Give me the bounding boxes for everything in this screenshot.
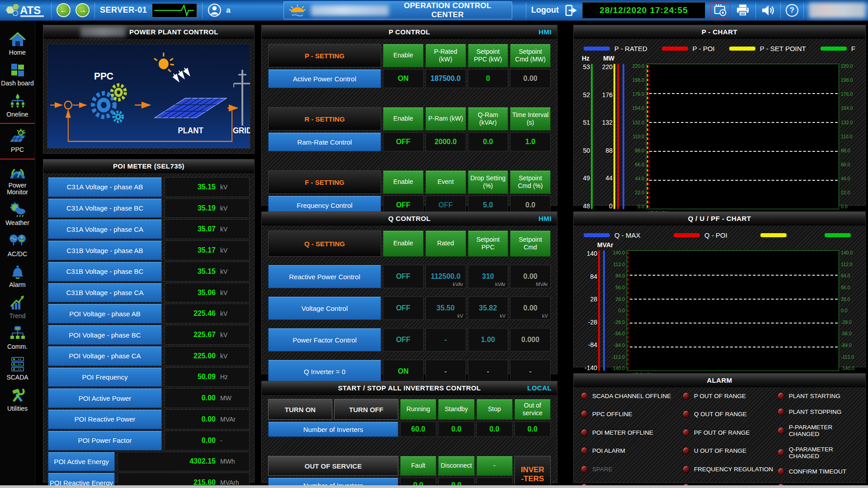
back-button[interactable]: ← <box>57 3 71 17</box>
qupf-chart-body: Q - MAX Q - POI MVAr <box>574 226 865 381</box>
sidebar-label: Oneline <box>0 111 35 118</box>
pf-setpoint-cmd-value[interactable]: 0.000 <box>510 328 551 352</box>
tick-label: 88.0 <box>625 148 644 153</box>
ppc-flow-diagram: PPC <box>47 44 250 149</box>
sidebar-item-home[interactable]: Home <box>0 28 35 59</box>
sidebar-item-weather[interactable]: Weather <box>0 198 35 229</box>
sidebar-item-utilities[interactable]: Utilities <box>0 384 35 415</box>
ram-rate-control-button[interactable]: Ram-Rate Control <box>268 132 381 151</box>
sidebar-label: Dash board <box>0 80 35 87</box>
tick-label: 28.0 <box>841 297 860 302</box>
voltage-enable-value[interactable]: OFF <box>383 296 424 320</box>
sidebar-item-dashboard[interactable]: Dash board <box>0 59 35 89</box>
qupf-chart-right-ticks: 140.0112.084.056.028.00.0-28.0-56.0-84.0… <box>839 250 860 371</box>
p-ram-value[interactable]: 2000.0 <box>425 132 466 151</box>
q-setpoint-cmd-value[interactable]: 0.00MVAr <box>510 265 551 288</box>
turn-on-button[interactable]: TURN ON <box>268 399 332 420</box>
sidebar-item-alarm[interactable]: Alarm <box>0 260 35 291</box>
sound-button[interactable] <box>761 4 775 17</box>
p-setpoint-cmd-value[interactable]: 0.00 <box>510 69 551 88</box>
voltage-rated-value[interactable]: 35.50kV <box>425 296 466 320</box>
home-icon <box>9 31 27 47</box>
tick-label: 56.0 <box>606 285 625 290</box>
help-icon: ? <box>790 6 794 14</box>
voltage-control-button[interactable]: Voltage Control <box>268 296 381 320</box>
tick-label: 22.0 <box>841 190 860 195</box>
poi-row-value-cell: 225.67 kV <box>165 325 250 345</box>
hz-unit-label: Hz <box>582 55 590 63</box>
print-button[interactable] <box>735 4 750 17</box>
pf-enable-value[interactable]: OFF <box>383 328 424 352</box>
p-chart-panel: P - CHART P - RATED P - POI P - SET POIN… <box>573 25 866 206</box>
logout-icon[interactable] <box>564 4 577 17</box>
out-of-service-button[interactable]: OUT OF SERVICE <box>268 456 398 476</box>
legend-swatch-icon <box>674 233 700 237</box>
column-header: Setpoint Cmd <box>510 230 551 257</box>
q-rated-value[interactable]: 112500.0kVAr <box>425 265 466 288</box>
sidebar-nav: Home Dash board Oneline <box>0 21 35 488</box>
inverters-page-button[interactable]: INVER -TERS <box>514 456 551 488</box>
alarm-led-icon <box>778 449 784 456</box>
q-control-mode-badge[interactable]: HMI <box>538 212 552 225</box>
active-power-control-button[interactable]: Active Power Control <box>268 69 381 88</box>
forward-button[interactable]: → <box>75 3 90 17</box>
active-power-enable-value[interactable]: ON <box>383 69 424 88</box>
logout-button[interactable]: Logout <box>531 5 559 15</box>
power-factor-control-button[interactable]: Power Factor Control <box>268 328 381 352</box>
sidebar-item-acdc[interactable]: AC/DC <box>0 230 35 260</box>
q-setpoint-ppc-value[interactable]: 310kVAr <box>468 265 509 288</box>
voltage-setpoint-cmd-value[interactable]: 0.00kV <box>510 296 551 320</box>
sidebar-item-ppc[interactable]: PPC <box>0 125 35 159</box>
q-inverter-zero-button[interactable]: Q Inverter = 0 <box>268 360 381 383</box>
q-poi-gauge-rail <box>598 250 600 371</box>
ats-logo: ATS <box>5 2 46 19</box>
voltage-setpoint-ppc-value[interactable]: 35.82kV <box>468 296 509 320</box>
tick-label: 132.0 <box>841 120 860 125</box>
pf-rated-value[interactable]: - <box>425 328 466 352</box>
poi-row-unit: kV <box>220 331 245 338</box>
reactive-power-control-button[interactable]: Reactive Power Control <box>268 265 381 288</box>
sidebar-item-comm[interactable]: Comm. <box>0 322 35 353</box>
gridline <box>630 299 838 300</box>
mvar-scale-tick: 28 <box>579 296 597 302</box>
poi-row-unit: kV <box>220 310 245 317</box>
hz-scale-tick: 48 <box>579 203 590 209</box>
screenshot-button[interactable] <box>710 2 730 19</box>
sidebar-item-power-monitor[interactable]: Power Monitor <box>0 161 35 199</box>
alarm-label: PLANT STOPPING <box>789 408 842 415</box>
poi-cursor-line <box>648 65 649 208</box>
poi-row-label: POI Frequency <box>48 367 162 387</box>
q-inverter-enable-value[interactable]: ON <box>383 360 424 383</box>
sidebar-item-scada[interactable]: SCADA <box>0 353 35 384</box>
poi-row-unit: - <box>220 437 245 444</box>
poi-meter-row: C31A Voltage - phase AB 35.15 kV <box>48 177 250 197</box>
gridline <box>630 323 838 324</box>
alarm-item: PPC OFFLINE <box>581 410 679 418</box>
p-setpoint-ppc-value[interactable]: 0 <box>468 69 509 88</box>
time-interval-value[interactable]: 1.0 <box>510 132 551 151</box>
sidebar-item-oneline[interactable]: Oneline <box>0 90 35 124</box>
p-rated-value[interactable]: 187500.0 <box>425 69 466 88</box>
help-button[interactable]: ? <box>786 4 798 17</box>
poi-row-unit: MWh <box>220 458 245 465</box>
user-menu[interactable]: a <box>208 3 230 17</box>
turn-off-button[interactable]: TURN OFF <box>334 399 398 420</box>
sidebar-item-trend[interactable]: Trend <box>0 291 35 322</box>
poi-row-value: 225.46 <box>169 310 216 318</box>
column-header-running: Running <box>400 399 436 420</box>
sidebar-label: AC/DC <box>0 251 35 258</box>
q-ram-value[interactable]: 0.0 <box>468 132 509 151</box>
pf-setpoint-ppc-value[interactable]: 1.00 <box>468 328 509 352</box>
poi-row-value-cell: 0.00 MW <box>165 388 250 408</box>
poi-row-label: C31B Voltage - phase CA <box>48 283 162 303</box>
alarm-item: POI ALARM <box>581 447 679 455</box>
poi-gauge-rail <box>617 64 619 209</box>
setpoint-gauge-rail <box>613 64 615 209</box>
tick-label: -112.0 <box>606 355 625 360</box>
p-chart-right-ticks: 220.0198.0176.0154.0132.0110.088.066.044… <box>839 64 860 209</box>
ram-rate-enable-value[interactable]: OFF <box>383 132 424 151</box>
reactive-enable-value[interactable]: OFF <box>383 265 424 288</box>
inverters-mode-badge[interactable]: LOCAL <box>527 381 552 394</box>
p-control-mode-badge[interactable]: HMI <box>538 25 552 38</box>
column-header: Enable <box>383 44 424 67</box>
